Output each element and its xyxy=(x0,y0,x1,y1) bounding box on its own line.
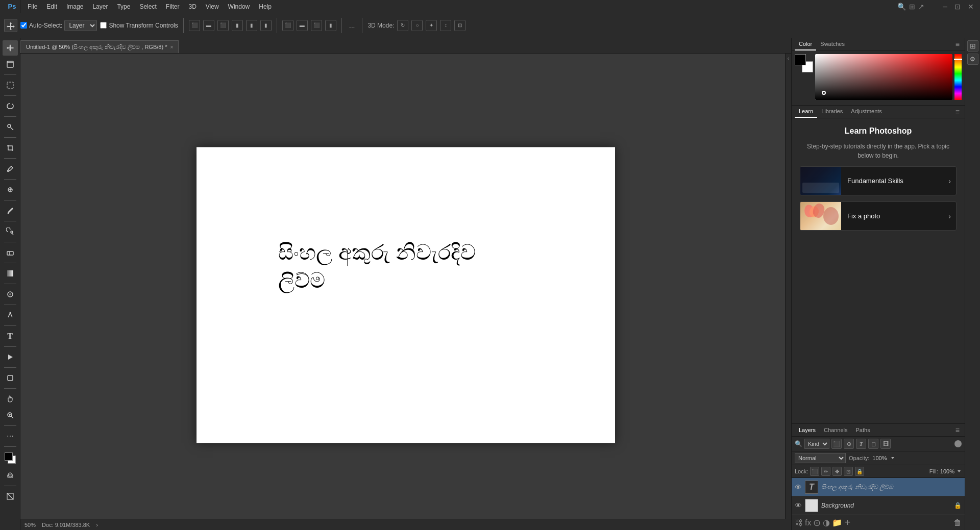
color-gradient-picker[interactable] xyxy=(815,54,952,100)
distribute-bottom[interactable]: ⬛ xyxy=(311,20,322,31)
panel-arrange-button[interactable]: ⊞ xyxy=(967,40,978,52)
add-adjustment-button[interactable]: ◑ xyxy=(823,518,830,527)
photoshop-canvas[interactable]: සිංහල අකුරු නිවැරදිව ලිව්ම ‹ xyxy=(20,54,791,519)
background-layer-visibility[interactable]: 👁 xyxy=(795,501,802,510)
learn-panel-menu-icon[interactable]: ≡ xyxy=(953,106,962,118)
background-layer-row[interactable]: 👁 Background 🔒 xyxy=(792,496,965,515)
filter-smart-objects[interactable]: 🎞 xyxy=(880,439,891,449)
move-tool[interactable] xyxy=(3,40,18,56)
add-mask-button[interactable]: ⊙ xyxy=(813,517,821,528)
distribute-vertically[interactable]: ▬ xyxy=(297,20,308,31)
layers-panel-menu-icon[interactable]: ≡ xyxy=(953,424,962,436)
filter-adjustment-layers[interactable]: ⊕ xyxy=(844,439,854,449)
paths-tab[interactable]: Paths xyxy=(852,424,874,436)
lock-artboard[interactable]: ⊡ xyxy=(844,467,853,476)
shape-tool[interactable] xyxy=(3,370,18,386)
lock-image-pixels[interactable]: ✏ xyxy=(821,467,830,476)
delete-layer-button[interactable]: 🗑 xyxy=(953,518,962,527)
blur-tool[interactable] xyxy=(3,287,18,302)
document-tab-close[interactable]: × xyxy=(170,44,173,50)
crop-tool[interactable] xyxy=(3,140,18,156)
menu-item-layer[interactable]: Layer xyxy=(88,2,112,11)
foreground-color-box[interactable] xyxy=(795,54,806,65)
create-group-button[interactable]: 📁 xyxy=(832,518,842,527)
close-button[interactable]: ✕ xyxy=(966,3,976,11)
filter-shape-layers[interactable]: ◻ xyxy=(868,439,878,449)
align-vertical-centers[interactable]: ▬ xyxy=(203,20,214,31)
show-transform-checkbox[interactable] xyxy=(100,22,107,29)
share-icon[interactable]: ↗ xyxy=(918,3,924,11)
filter-type-dropdown[interactable]: Kind xyxy=(804,439,829,449)
auto-select-checkbox[interactable] xyxy=(20,22,27,29)
blend-mode-dropdown[interactable]: Normal xyxy=(795,453,846,463)
layer-link-icon[interactable]: ⛓ xyxy=(795,518,803,527)
restore-button[interactable]: ⊡ xyxy=(952,3,963,11)
menu-item-image[interactable]: Image xyxy=(62,2,87,11)
adjustments-tab[interactable]: Adjustments xyxy=(847,106,886,118)
channels-tab[interactable]: Channels xyxy=(820,424,851,436)
filter-toggle[interactable] xyxy=(954,440,962,447)
3d-mode-slide[interactable]: ↕ xyxy=(440,20,451,31)
eyedropper-tool[interactable] xyxy=(3,161,18,176)
pen-tool[interactable] xyxy=(3,308,18,323)
gradient-tool[interactable] xyxy=(3,266,18,281)
eraser-tool[interactable] xyxy=(3,245,18,260)
libraries-tab[interactable]: Libraries xyxy=(817,106,847,118)
fix-photo-arrow[interactable]: › xyxy=(948,212,956,220)
more-options-button[interactable]: ... xyxy=(347,20,357,31)
quick-mask-mode[interactable] xyxy=(3,468,18,483)
menu-item-select[interactable]: Select xyxy=(135,2,160,11)
text-layer-row[interactable]: 👁 T සිංහල අකුරු නිවැරදිව ලිව්ම xyxy=(792,478,965,496)
menu-item-help[interactable]: Help xyxy=(255,2,276,11)
align-left-edges[interactable]: ▮ xyxy=(232,20,243,31)
align-horizontal-centers[interactable]: ▮ xyxy=(246,20,257,31)
clone-stamp-tool[interactable] xyxy=(3,224,18,239)
menu-item-type[interactable]: Type xyxy=(113,2,134,11)
artboard-tool[interactable] xyxy=(3,57,18,72)
panel-collapse-button[interactable]: ‹ xyxy=(785,54,791,519)
hue-slider[interactable] xyxy=(954,54,962,100)
text-tool[interactable]: T xyxy=(3,329,18,344)
fundamental-skills-arrow[interactable]: › xyxy=(948,177,956,185)
color-tab[interactable]: Color xyxy=(795,38,816,51)
rectangular-marquee[interactable] xyxy=(3,78,18,93)
move-tool-options[interactable] xyxy=(4,19,17,32)
menu-item-file[interactable]: File xyxy=(23,2,41,11)
lock-all[interactable]: 🔒 xyxy=(855,467,864,476)
arrange-icon[interactable]: ⊞ xyxy=(909,3,915,11)
align-bottom-edges[interactable]: ⬛ xyxy=(217,20,229,31)
panel-settings-button[interactable]: ⚙ xyxy=(967,54,978,65)
learn-tab[interactable]: Learn xyxy=(795,106,817,118)
align-right-edges[interactable]: ▮ xyxy=(260,20,272,31)
opacity-arrow[interactable] xyxy=(890,456,895,461)
3d-mode-roll[interactable]: ○ xyxy=(411,20,423,31)
hand-tool[interactable] xyxy=(3,391,18,407)
fix-photo-card[interactable]: Fix a photo › xyxy=(800,201,957,231)
layers-tab[interactable]: Layers xyxy=(795,424,820,436)
filter-pixel-layers[interactable]: ⬛ xyxy=(831,439,842,449)
3d-mode-scale[interactable]: ⊡ xyxy=(454,20,465,31)
text-layer-visibility[interactable]: 👁 xyxy=(795,483,802,491)
lasso-tool[interactable] xyxy=(3,98,18,114)
more-tools-button[interactable]: ⋯ xyxy=(3,428,18,444)
heal-brush-tool[interactable] xyxy=(3,182,18,197)
zoom-tool[interactable] xyxy=(3,408,18,423)
distribute-left[interactable]: ▮ xyxy=(325,20,336,31)
add-fx-button[interactable]: fx xyxy=(805,518,811,527)
align-top-edges[interactable]: ⬛ xyxy=(189,20,200,31)
screen-mode-button[interactable] xyxy=(3,489,18,504)
color-panel-menu-icon[interactable]: ≡ xyxy=(953,38,962,51)
fill-arrow[interactable] xyxy=(957,469,962,474)
3d-mode-rotate[interactable]: ↻ xyxy=(397,20,408,31)
fill-value[interactable]: 100% xyxy=(940,468,954,474)
brush-tool[interactable] xyxy=(3,203,18,218)
opacity-value[interactable]: 100% xyxy=(872,455,887,461)
fundamental-skills-card[interactable]: Fundamental Skills › xyxy=(800,166,957,195)
distribute-top[interactable]: ⬛ xyxy=(282,20,293,31)
fg-bg-color-selector[interactable] xyxy=(3,450,18,466)
fg-bg-colors[interactable] xyxy=(795,54,813,72)
document-tab[interactable]: Untitled-1 @ 50% (සිංහල අකුරු නිවැරදිව ල… xyxy=(20,40,179,53)
auto-select-dropdown[interactable]: Layer Group xyxy=(64,20,97,31)
3d-mode-pan[interactable]: ✦ xyxy=(426,20,437,31)
minimize-button[interactable]: – xyxy=(941,2,949,11)
